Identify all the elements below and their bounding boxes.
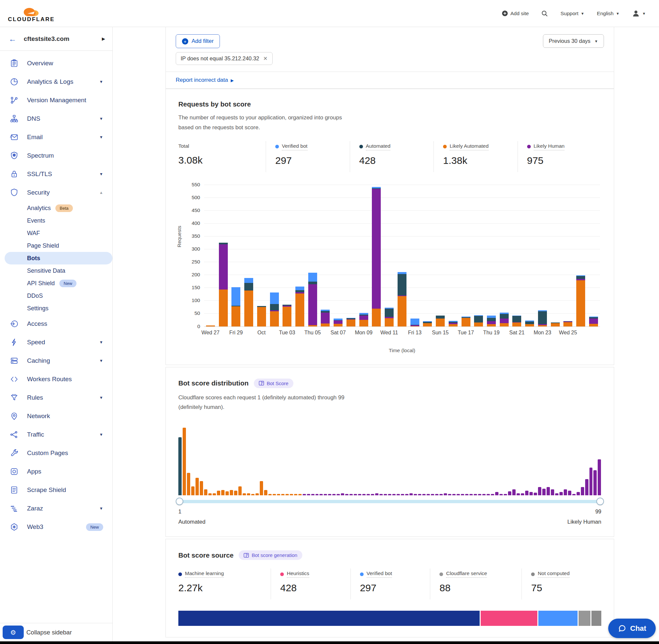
sidebar-item-overview[interactable]: Overview: [0, 54, 112, 72]
card-title: Bot score distribution: [178, 379, 249, 387]
sidebar-item-api-shield[interactable]: API ShieldNew: [0, 277, 112, 290]
histogram-bar: [585, 479, 588, 495]
chat-button[interactable]: Chat: [608, 619, 656, 638]
add-site-button[interactable]: Add site: [502, 10, 529, 17]
stat-label[interactable]: Likely Human: [534, 143, 565, 151]
chevron-right-icon[interactable]: ▶: [102, 36, 105, 41]
top-bar: CLOUDFLARE Add site Support▼ English▼ ▼: [0, 0, 659, 27]
chevron-up-icon: ▲: [99, 190, 103, 195]
stat-label[interactable]: Verified bot: [367, 571, 392, 578]
sidebar-item-label: Traffic: [27, 431, 99, 438]
bar-segment: [538, 325, 547, 326]
histogram-bar: [495, 492, 498, 495]
sidebar-item-page-shield[interactable]: Page Shield: [0, 239, 112, 252]
back-arrow-icon[interactable]: ←: [8, 34, 17, 44]
chevron-down-icon: ▼: [99, 79, 103, 84]
time-range-select[interactable]: Previous 30 days ▼: [543, 34, 604, 48]
sidebar-item-events[interactable]: Events: [0, 214, 112, 227]
site-name: cftestsite3.com: [24, 35, 102, 43]
bot-score-generation-badge[interactable]: Bot score generation: [239, 550, 302, 560]
sidebar-item-label: Custom Pages: [27, 450, 103, 457]
sidebar-item-custom-pages[interactable]: Custom Pages: [0, 444, 112, 462]
sidebar-item-analytics[interactable]: AnalyticsBeta: [0, 202, 112, 214]
web3-icon: [10, 523, 19, 531]
language-menu[interactable]: English▼: [597, 10, 619, 17]
sidebar-item-email[interactable]: Email▼: [0, 128, 112, 146]
histogram-bar: [178, 437, 182, 495]
sidebar-item-ddos[interactable]: DDoS: [0, 290, 112, 302]
sidebar-item-speed[interactable]: Speed▼: [0, 333, 112, 351]
main-content: + Add filter Previous 30 days ▼ IP does …: [165, 27, 614, 644]
collapse-sidebar-button[interactable]: Collapse sidebar: [26, 629, 72, 636]
bar-group: Wed 27: [206, 325, 215, 326]
cloudflare-logo[interactable]: CLOUDFLARE: [6, 4, 56, 23]
report-incorrect-data-link[interactable]: Report incorrect data▶: [176, 77, 234, 83]
chevron-down-icon: ▼: [594, 39, 598, 43]
zaraz-icon: [10, 504, 19, 513]
support-menu[interactable]: Support▼: [560, 10, 584, 17]
stat-label[interactable]: Not computed: [538, 571, 570, 578]
sidebar-item-analytics-logs[interactable]: Analytics & Logs▼: [0, 72, 112, 91]
histogram-bar: [427, 494, 430, 495]
stat-label[interactable]: Heuristics: [287, 571, 309, 578]
filter-chip[interactable]: IP does not equal 35.212.240.32 ✕: [176, 52, 273, 65]
stat-label[interactable]: Verified bot: [282, 143, 308, 151]
y-tick-label: 100: [183, 297, 200, 303]
sidebar-item-spectrum[interactable]: Spectrum: [0, 146, 112, 165]
histogram-bar: [320, 494, 323, 495]
settings-gear-button[interactable]: ⚙: [3, 625, 24, 639]
apps-icon: [10, 467, 19, 476]
share-icon: [10, 430, 19, 439]
close-icon[interactable]: ✕: [263, 55, 267, 62]
requests-by-bot-score-card: Requests by bot score The number of requ…: [165, 89, 614, 365]
sidebar-item-settings[interactable]: Settings: [0, 302, 112, 315]
sidebar-item-web3[interactable]: Web3New: [0, 518, 112, 536]
sidebar-item-access[interactable]: Access: [0, 315, 112, 333]
add-filter-button[interactable]: + Add filter: [176, 34, 220, 48]
histogram-bar: [444, 493, 447, 495]
histogram-bar: [217, 491, 220, 495]
search-icon[interactable]: [541, 10, 548, 17]
sidebar-item-version-management[interactable]: Version Management: [0, 91, 112, 110]
bot-score-badge[interactable]: Bot Score: [254, 378, 293, 388]
source-segment-machine-learning: [178, 611, 480, 626]
sidebar-item-rules[interactable]: Rules▼: [0, 388, 112, 407]
x-tick-label: Wed 11: [380, 330, 398, 336]
histogram-bar: [405, 494, 408, 495]
stat-likely-automated: Likely Automated1.38k: [433, 141, 518, 172]
histogram-bar: [384, 494, 387, 495]
bar-segment: [474, 322, 483, 326]
sidebar-item-traffic[interactable]: Traffic▼: [0, 426, 112, 444]
sidebar-item-workers-routes[interactable]: Workers Routes: [0, 370, 112, 388]
account-menu[interactable]: ▼: [632, 9, 646, 18]
sidebar-item-waf[interactable]: WAF: [0, 227, 112, 239]
chevron-right-icon: ▶: [231, 78, 234, 83]
slider-handle-max[interactable]: [596, 498, 604, 505]
stat-label[interactable]: Cloudflare service: [446, 571, 487, 578]
histogram-bar: [525, 491, 528, 495]
sidebar-item-label: Apps: [27, 468, 103, 475]
wrench-icon: [10, 449, 19, 457]
score-range-slider[interactable]: [179, 500, 601, 503]
sidebar-item-security[interactable]: Security▲: [0, 183, 112, 202]
bar-group: [525, 321, 534, 326]
histogram-bar: [328, 494, 331, 495]
requests-stats-row: Total3.08kVerified bot297Automated428Lik…: [178, 141, 601, 172]
stat-label[interactable]: Likely Automated: [450, 143, 489, 151]
stat-label[interactable]: Automated: [366, 143, 391, 151]
bar-group: [474, 315, 483, 326]
sidebar-item-scrape-shield[interactable]: Scrape Shield: [0, 481, 112, 499]
sidebar-item-zaraz[interactable]: Zaraz▼: [0, 499, 112, 518]
sidebar-item-apps[interactable]: Apps: [0, 462, 112, 481]
sidebar-item-ssl-tls[interactable]: SSL/TLS▼: [0, 165, 112, 183]
sidebar-item-network[interactable]: Network: [0, 407, 112, 426]
code-icon: [10, 375, 19, 384]
histogram-bar: [547, 487, 550, 495]
slider-handle-min[interactable]: [176, 498, 183, 505]
sidebar-item-bots[interactable]: Bots: [5, 252, 112, 264]
bar-segment: [334, 324, 343, 326]
sidebar-item-caching[interactable]: Caching▼: [0, 351, 112, 370]
stat-label[interactable]: Machine learning: [185, 571, 224, 578]
sidebar-item-sensitive-data[interactable]: Sensitive Data: [0, 264, 112, 277]
sidebar-item-dns[interactable]: DNS▼: [0, 110, 112, 128]
